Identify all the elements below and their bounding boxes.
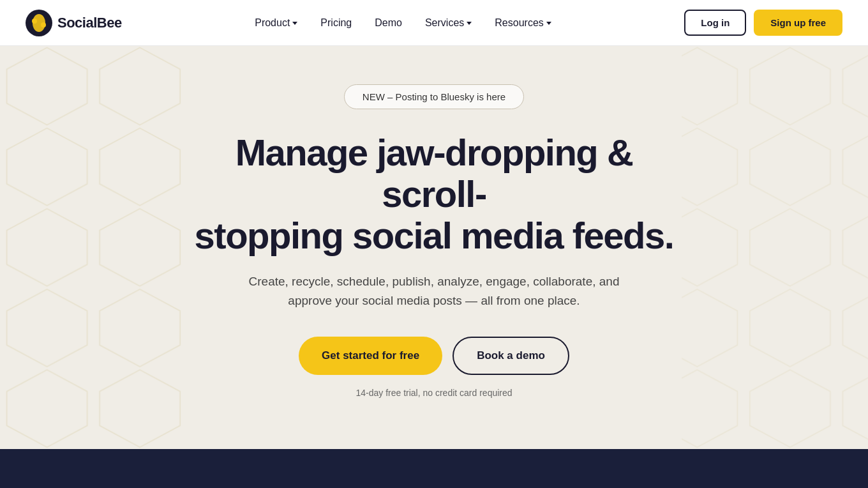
bottom-section: Ask away!: [0, 449, 868, 488]
nav-item-demo[interactable]: Demo: [375, 17, 402, 29]
logo-link[interactable]: SocialBee: [26, 10, 122, 36]
hero-title: Manage jaw-dropping & scroll- stopping s…: [185, 132, 683, 257]
logo-icon: [26, 10, 52, 36]
nav-label-demo: Demo: [375, 17, 402, 29]
login-button[interactable]: Log in: [684, 10, 746, 36]
hero-title-line1: Manage jaw-dropping & scroll-: [236, 132, 633, 215]
nav-item-resources[interactable]: Resources: [495, 17, 551, 29]
nav-link-resources[interactable]: Resources: [495, 17, 551, 29]
hero-subtitle: Create, recycle, schedule, publish, anal…: [236, 272, 632, 311]
signup-button[interactable]: Sign up free: [754, 10, 842, 36]
announcement-badge[interactable]: NEW – Posting to Bluesky is here: [344, 84, 524, 109]
nav-item-pricing[interactable]: Pricing: [320, 17, 352, 29]
nav-label-services: Services: [425, 17, 464, 29]
chevron-down-icon: [292, 22, 297, 25]
nav-label-pricing: Pricing: [320, 17, 352, 29]
svg-point-2: [32, 19, 37, 24]
nav-link-services[interactable]: Services: [425, 17, 472, 29]
hero-title-line2: stopping social media feeds.: [195, 215, 674, 256]
svg-rect-5: [0, 46, 186, 449]
nav-item-product[interactable]: Product: [255, 17, 297, 29]
trial-note: 14-day free trial, no credit card requir…: [355, 388, 512, 398]
nav-label-resources: Resources: [495, 17, 543, 29]
logo-text: SocialBee: [57, 15, 122, 31]
navbar: SocialBee Product Pricing Demo Services: [0, 0, 868, 46]
hero-section: NEW – Posting to Bluesky is here Manage …: [0, 46, 868, 449]
cta-group: Get started for free Book a demo: [299, 337, 569, 375]
svg-rect-6: [682, 46, 868, 449]
nav-item-services[interactable]: Services: [425, 17, 472, 29]
announcement-text: NEW – Posting to Bluesky is here: [363, 91, 505, 102]
nav-link-demo[interactable]: Demo: [375, 17, 402, 29]
chevron-down-icon: [546, 22, 551, 25]
nav-link-product[interactable]: Product: [255, 17, 297, 29]
nav-link-pricing[interactable]: Pricing: [320, 17, 352, 29]
nav-label-product: Product: [255, 17, 290, 29]
svg-point-3: [41, 22, 46, 27]
nav-links: Product Pricing Demo Services Resources: [255, 17, 551, 29]
book-demo-button[interactable]: Book a demo: [453, 337, 569, 375]
chevron-down-icon: [467, 22, 472, 25]
get-started-button[interactable]: Get started for free: [299, 337, 442, 375]
nav-actions: Log in Sign up free: [684, 10, 842, 36]
